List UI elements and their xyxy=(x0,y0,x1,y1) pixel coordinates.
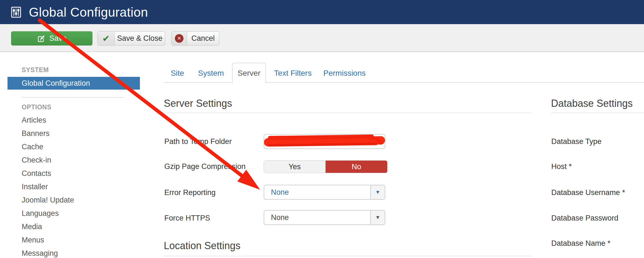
cancel-button[interactable]: ✕ Cancel xyxy=(171,31,219,45)
gzip-no-option[interactable]: No xyxy=(326,161,387,173)
path-to-temp-folder-input[interactable] xyxy=(264,134,385,149)
sidebar-item-messaging[interactable]: Messaging xyxy=(22,247,58,258)
database-settings-heading: Database Settings xyxy=(551,97,633,110)
gzip-toggle: Yes No xyxy=(264,160,388,173)
sidebar-item-contacts[interactable]: Contacts xyxy=(22,167,51,180)
sidebar-item-languages[interactable]: Languages xyxy=(22,207,59,220)
save-button-label: Save xyxy=(49,34,67,43)
chevron-down-icon[interactable]: ▼ xyxy=(370,185,385,199)
error-reporting-value: None xyxy=(264,188,370,197)
sidebar-item-check-in[interactable]: Check-in xyxy=(22,153,51,167)
database-name-label: Database Name * xyxy=(551,239,610,247)
sidebar-item-media[interactable]: Media xyxy=(22,220,42,233)
save-and-close-button[interactable]: ✔ Save & Close xyxy=(97,31,165,45)
database-username-label: Database Username * xyxy=(551,188,625,197)
toolbar: Save ✔ Save & Close ✕ Cancel xyxy=(0,24,644,52)
sidebar-item-installer[interactable]: Installer xyxy=(22,180,48,193)
force-https-label: Force HTTPS xyxy=(164,214,210,222)
page-header: Global Configuration xyxy=(0,0,644,24)
tab-text-filters[interactable]: Text Filters xyxy=(274,67,311,80)
check-icon: ✔ xyxy=(98,32,115,45)
location-settings-divider xyxy=(164,256,531,256)
sidebar-item-articles[interactable]: Articles xyxy=(22,113,46,127)
database-settings-divider xyxy=(551,113,644,113)
sidebar-item-global-configuration[interactable]: Global Configuration xyxy=(7,77,140,90)
sidebar-item-joomla-update[interactable]: Joomla! Update xyxy=(22,193,74,207)
page-title: Global Configuration xyxy=(29,5,148,20)
gzip-page-compression-label: Gzip Page Compression xyxy=(164,162,246,171)
save-and-close-label: Save & Close xyxy=(115,32,165,45)
database-password-label: Database Password xyxy=(551,214,618,222)
cancel-label: Cancel xyxy=(187,32,219,45)
tab-server[interactable]: Server xyxy=(232,63,266,83)
error-reporting-label: Error Reporting xyxy=(164,188,216,197)
save-button[interactable]: Save xyxy=(11,31,92,45)
location-settings-heading: Location Settings xyxy=(164,240,240,252)
sidebar-item-cache[interactable]: Cache xyxy=(22,140,43,153)
sidebar-active-label: Global Configuration xyxy=(22,79,90,88)
host-label: Host * xyxy=(551,162,572,171)
tab-permissions[interactable]: Permissions xyxy=(323,67,366,80)
sidebar-heading-system: SYSTEM xyxy=(22,66,49,74)
database-type-label: Database Type xyxy=(551,137,602,146)
server-settings-divider xyxy=(164,113,531,113)
path-to-temp-folder-label: Path to Temp Folder xyxy=(164,137,232,146)
sidebar-item-banners[interactable]: Banners xyxy=(22,127,50,140)
sidebar-item-menus[interactable]: Menus xyxy=(22,233,44,247)
force-https-value: None xyxy=(264,213,370,222)
sidebar-divider xyxy=(22,97,124,98)
global-configuration-page: Global Configuration Save ✔ Save & Close… xyxy=(0,0,644,258)
edit-icon xyxy=(37,34,46,43)
tab-site[interactable]: Site xyxy=(171,67,184,80)
sliders-icon xyxy=(11,7,21,18)
gzip-yes-option[interactable]: Yes xyxy=(264,161,326,173)
force-https-select[interactable]: None ▼ xyxy=(264,210,385,225)
sidebar-heading-options: OPTIONS xyxy=(22,103,51,111)
server-settings-heading: Server Settings xyxy=(164,97,232,110)
error-reporting-select[interactable]: None ▼ xyxy=(264,185,385,200)
chevron-down-icon[interactable]: ▼ xyxy=(370,211,385,224)
cancel-circle-icon: ✕ xyxy=(172,32,187,45)
tab-system[interactable]: System xyxy=(198,67,224,80)
